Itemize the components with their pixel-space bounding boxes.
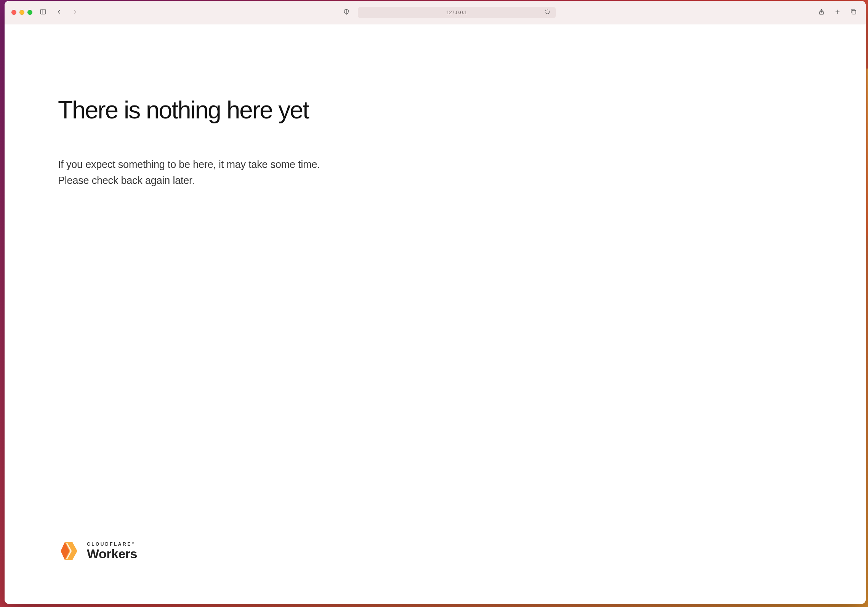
browser-window: 127.0.0.1 (5, 1, 866, 604)
toolbar-center-group: 127.0.0.1 (87, 7, 809, 18)
window-close-button[interactable] (11, 10, 16, 15)
page-content: There is nothing here yet If you expect … (58, 97, 835, 189)
privacy-report-button[interactable] (341, 7, 352, 18)
tabs-overview-icon (850, 8, 857, 17)
new-tab-button[interactable] (832, 7, 843, 18)
toolbar-right-group (816, 7, 859, 18)
body-line-2: Please check back again later. (58, 173, 835, 189)
page-viewport: There is nothing here yet If you expect … (5, 24, 866, 604)
sidebar-icon (40, 8, 46, 17)
share-button[interactable] (816, 7, 827, 18)
reload-icon (545, 9, 550, 16)
chevron-left-icon (56, 8, 62, 17)
brand-overline-text: CLOUDFLARE (87, 542, 132, 547)
reload-button[interactable] (542, 7, 553, 18)
background-accent (866, 69, 868, 236)
window-minimize-button[interactable] (19, 10, 24, 15)
window-zoom-button[interactable] (27, 10, 32, 15)
brand-name: Workers (87, 547, 137, 560)
registered-mark: ® (132, 542, 134, 545)
tab-overview-button[interactable] (848, 7, 859, 18)
address-bar-text: 127.0.0.1 (358, 10, 556, 15)
sidebar-toggle-button[interactable] (38, 7, 48, 18)
page-body-text: If you expect something to be here, it m… (58, 157, 835, 189)
brand-text: CLOUDFLARE® Workers (87, 542, 137, 560)
plus-icon (834, 8, 841, 17)
svg-rect-0 (40, 10, 46, 14)
forward-button[interactable] (70, 7, 80, 18)
body-line-1: If you expect something to be here, it m… (58, 157, 835, 173)
chevron-right-icon (72, 8, 78, 17)
svg-rect-6 (852, 10, 856, 14)
back-button[interactable] (54, 7, 64, 18)
brand-lockup: CLOUDFLARE® Workers (58, 540, 137, 562)
window-controls (11, 10, 32, 15)
browser-toolbar: 127.0.0.1 (5, 1, 866, 24)
share-icon (818, 8, 825, 17)
address-bar[interactable]: 127.0.0.1 (358, 7, 556, 18)
toolbar-left-group (11, 7, 80, 18)
brand-overline: CLOUDFLARE® (87, 542, 137, 546)
page-headline: There is nothing here yet (58, 97, 835, 123)
cloudflare-workers-logo-icon (58, 540, 80, 562)
shield-icon (343, 8, 350, 17)
